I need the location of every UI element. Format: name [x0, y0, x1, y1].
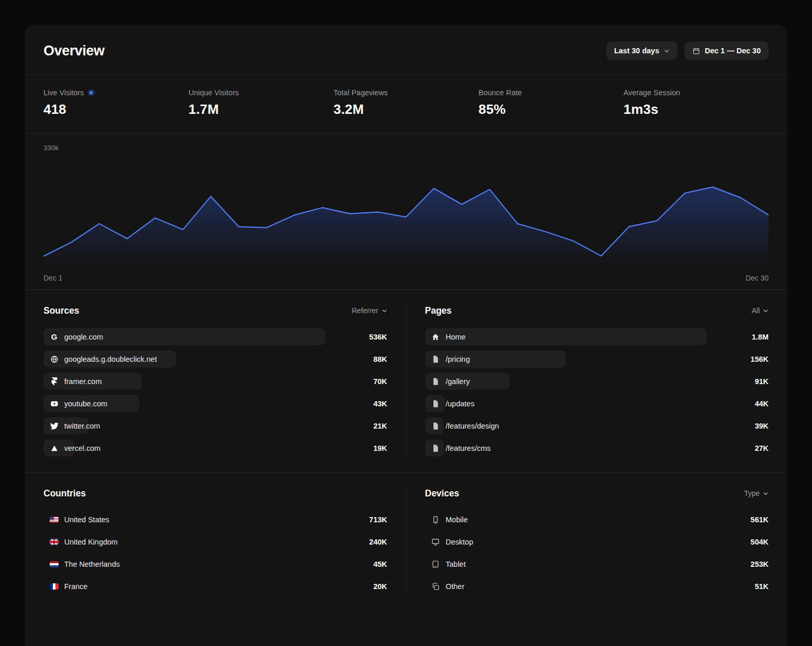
- countries-panel: Countries United States 713K United King…: [44, 487, 387, 595]
- trend-chart-svg: [44, 156, 769, 266]
- page-label: /features/cms: [446, 444, 491, 452]
- country-label: United States: [64, 516, 109, 524]
- source-label: google.com: [64, 333, 103, 341]
- pages-title: Pages: [425, 305, 452, 316]
- country-row[interactable]: United States 713K: [44, 511, 387, 528]
- page-label: /gallery: [446, 377, 470, 386]
- stat-live-visitors: Live Visitors 418: [44, 89, 189, 118]
- chart-section: 330k Dec 1 Dec 30: [25, 133, 787, 289]
- date-range-button[interactable]: Dec 1 — Dec 30: [685, 41, 769, 60]
- page-row[interactable]: /pricing 156K: [425, 350, 769, 368]
- pages-list: Home 1.8M /pricing 156K /gallery 91K: [425, 328, 769, 457]
- source-label: vercel.com: [64, 444, 100, 452]
- source-value: 21K: [373, 422, 387, 430]
- page-row[interactable]: /gallery 91K: [425, 373, 769, 390]
- range-dropdown[interactable]: Last 30 days: [606, 41, 677, 60]
- sources-title: Sources: [44, 305, 79, 316]
- file-icon: [431, 444, 440, 452]
- chart-ymax-label: 330k: [44, 144, 769, 152]
- header-actions: Last 30 days Dec 1 — Dec 30: [606, 41, 769, 60]
- page-value: 39K: [755, 422, 769, 430]
- date-range-label: Dec 1 — Dec 30: [705, 47, 761, 55]
- pages-header: Pages All: [425, 304, 769, 317]
- other-icon: [431, 582, 440, 591]
- page-row[interactable]: /updates 44K: [425, 395, 769, 412]
- x-axis-end-label: Dec 30: [746, 274, 769, 282]
- page-row[interactable]: /features/design 39K: [425, 417, 769, 434]
- chevron-down-icon: [763, 308, 769, 314]
- vertical-divider: [406, 487, 407, 595]
- countries-header: Countries: [44, 487, 387, 500]
- device-row[interactable]: Tablet 253K: [425, 555, 769, 572]
- page-title: Overview: [44, 43, 105, 59]
- page-label: /updates: [446, 400, 475, 408]
- country-value: 45K: [373, 560, 387, 568]
- source-row[interactable]: googleads.g.doubleclick.net 88K: [44, 350, 387, 368]
- sources-pages-section: Sources Referrer G google.com 536K: [25, 289, 787, 472]
- page-value: 27K: [755, 444, 769, 452]
- country-row[interactable]: The Netherlands 45K: [44, 555, 387, 572]
- flag-gb-icon: [50, 537, 59, 546]
- pages-filter-dropdown[interactable]: All: [751, 306, 769, 315]
- device-row[interactable]: Other 51K: [425, 578, 769, 595]
- device-row[interactable]: Desktop 504K: [425, 533, 769, 550]
- country-value: 240K: [369, 538, 387, 546]
- source-row[interactable]: vercel.com 19K: [44, 439, 387, 457]
- youtube-icon: [50, 399, 59, 408]
- source-label: googleads.g.doubleclick.net: [64, 355, 157, 363]
- page-value: 91K: [755, 377, 769, 386]
- stat-value: 1m3s: [624, 101, 769, 118]
- page-row[interactable]: Home 1.8M: [425, 328, 769, 345]
- source-value: 88K: [373, 355, 387, 363]
- country-row[interactable]: United Kingdom 240K: [44, 533, 387, 550]
- country-value: 20K: [373, 582, 387, 591]
- devices-panel: Devices Type Mobile 561K Desktop 504K: [425, 487, 769, 595]
- stat-value: 85%: [479, 101, 624, 118]
- device-row[interactable]: Mobile 561K: [425, 511, 769, 528]
- country-value: 713K: [369, 516, 387, 524]
- source-row[interactable]: framer.com 70K: [44, 373, 387, 390]
- devices-list: Mobile 561K Desktop 504K Tablet 253K Oth…: [425, 511, 769, 595]
- country-label: France: [64, 582, 88, 591]
- stat-label: Bounce Rate: [479, 89, 624, 97]
- flag-fr-icon: [50, 582, 59, 591]
- desktop-icon: [431, 537, 440, 546]
- analytics-panel: Overview Last 30 days Dec 1 — Dec 30 Liv…: [25, 25, 787, 646]
- stat-label: Average Session: [624, 89, 769, 97]
- page-value: 1.8M: [752, 333, 769, 341]
- devices-filter-dropdown[interactable]: Type: [744, 489, 769, 497]
- page-bar: [425, 328, 707, 345]
- source-row[interactable]: youtube.com 43K: [44, 395, 387, 412]
- sources-filter-dropdown[interactable]: Referrer: [352, 306, 387, 315]
- source-value: 70K: [373, 377, 387, 386]
- device-value: 504K: [750, 538, 769, 546]
- countries-devices-section: Countries United States 713K United King…: [25, 472, 787, 610]
- country-label: The Netherlands: [64, 560, 120, 568]
- google-icon: G: [50, 332, 59, 341]
- mobile-icon: [431, 515, 440, 524]
- source-row[interactable]: twitter.com 21K: [44, 417, 387, 434]
- chart-area-fill: [44, 187, 769, 266]
- devices-title: Devices: [425, 488, 459, 499]
- file-icon: [431, 399, 440, 408]
- chevron-down-icon: [664, 48, 670, 54]
- stat-average-session: Average Session 1m3s: [624, 89, 769, 118]
- country-label: United Kingdom: [64, 538, 118, 546]
- framer-icon: [50, 377, 59, 386]
- source-label: twitter.com: [64, 422, 100, 430]
- source-value: 536K: [369, 333, 387, 341]
- source-label: framer.com: [64, 377, 102, 386]
- range-dropdown-label: Last 30 days: [614, 47, 659, 55]
- source-value: 43K: [373, 400, 387, 408]
- visitors-trend-chart[interactable]: [44, 156, 769, 266]
- device-label: Mobile: [446, 516, 468, 524]
- page-label: /features/design: [446, 422, 499, 430]
- x-axis-start-label: Dec 1: [44, 274, 63, 282]
- source-row[interactable]: G google.com 536K: [44, 328, 387, 345]
- stat-label: Live Visitors: [44, 89, 189, 97]
- device-label: Desktop: [446, 538, 473, 546]
- device-value: 253K: [750, 560, 769, 568]
- page-row[interactable]: /features/cms 27K: [425, 439, 769, 457]
- stat-label: Unique Visitors: [189, 89, 334, 97]
- country-row[interactable]: France 20K: [44, 578, 387, 595]
